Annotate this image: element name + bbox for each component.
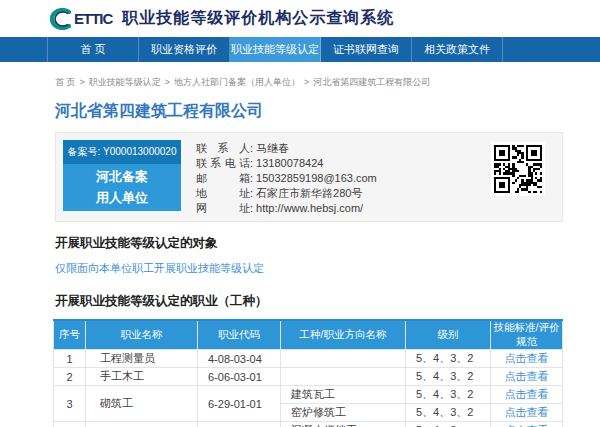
cell-trade-name: 窑炉修筑工	[281, 404, 406, 422]
cell-occupation-code: 6-29-01-01	[198, 386, 281, 422]
cell-occupation-code: 6-06-03-01	[198, 368, 281, 386]
cell-occupation-code	[198, 422, 281, 427]
breadcrumb-current: 河北省第四建筑工程有限公司	[313, 77, 430, 87]
view-spec-link[interactable]: 点击查看	[505, 352, 549, 364]
site-header: ETTIC 职业技能等级评价机构公示查询系统	[0, 0, 600, 37]
logo-text: ETTIC	[74, 10, 112, 27]
cell-spec: 点击查看	[491, 350, 563, 368]
cell-occupation-name	[86, 422, 198, 427]
nav-item-1[interactable]: 职业资格评价	[139, 37, 230, 62]
breadcrumb-separator: >	[165, 77, 170, 87]
cell-levels: 5、4、3	[406, 422, 491, 427]
record-badge-body: 河北备案 用人单位	[63, 164, 181, 211]
cell-spec: 点击查看	[491, 422, 563, 427]
table-column-header: 级别	[406, 320, 491, 350]
table-row: 2手工木工6-06-03-015、4、3、2点击查看	[54, 368, 563, 386]
record-number: 备案号: Y000013000020	[63, 140, 181, 164]
table-column-header: 技能标准/评价规范	[491, 320, 563, 350]
table-header-row: 序号职业名称职业代码工种/职业方向名称级别技能标准/评价规范	[54, 320, 563, 350]
cell-seq	[54, 422, 86, 427]
table-row: 混凝土搅拌工5、4、3点击查看	[54, 422, 563, 427]
cell-occupation-code: 4-08-03-04	[198, 350, 281, 368]
nav-fill	[503, 37, 600, 62]
view-spec-link[interactable]: 点击查看	[505, 370, 549, 382]
contact-line: 联 系 人: 马继春	[196, 141, 377, 156]
cell-occupation-name: 工程测量员	[86, 350, 198, 368]
main-nav: 首 页职业资格评价职业技能等级认定证书联网查询相关政策文件	[0, 37, 600, 62]
view-spec-link[interactable]: 点击查看	[505, 388, 549, 400]
page-title: 河北省第四建筑工程有限公司	[55, 101, 600, 122]
contact-value: : 马继春	[250, 142, 289, 154]
org-info-card: 备案号: Y000013000020 河北备案 用人单位 联 系 人: 马继春联…	[55, 132, 563, 222]
badge-type: 用人单位	[96, 188, 148, 208]
contact-line: 网 址: http://www.hebsj.com/	[196, 201, 377, 216]
cell-trade-name	[281, 368, 406, 386]
view-spec-link[interactable]: 点击查看	[505, 406, 549, 418]
table-row: 3砌筑工6-29-01-01建筑瓦工5、4、3、2点击查看	[54, 386, 563, 404]
nav-item-4[interactable]: 相关政策文件	[412, 37, 503, 62]
cell-trade-name: 混凝土搅拌工	[281, 422, 406, 427]
contact-info: 联 系 人: 马继春联系电话: 13180078424邮 箱: 15032859…	[196, 141, 377, 216]
nav-item-3[interactable]: 证书联网查询	[321, 37, 412, 62]
site-title: 职业技能等级评价机构公示查询系统	[122, 8, 394, 29]
contact-line: 地 址: 石家庄市新华路280号	[196, 186, 377, 201]
cettic-logo: ETTIC	[48, 8, 112, 30]
contact-label: 网 址	[196, 201, 250, 216]
table-column-header: 职业代码	[198, 320, 281, 350]
nav-item-2[interactable]: 职业技能等级认定	[230, 37, 321, 62]
cell-trade-name	[281, 350, 406, 368]
cell-seq: 2	[54, 368, 86, 386]
contact-value: : 石家庄市新华路280号	[250, 187, 362, 199]
contact-value: : 15032859198@163.com	[250, 172, 377, 184]
logo-swoosh-icon	[48, 8, 72, 30]
target-note-link[interactable]: 仅限面向本单位职工开展职业技能等级认定	[55, 261, 600, 276]
occupations-table: 序号职业名称职业代码工种/职业方向名称级别技能标准/评价规范 1工程测量员4-0…	[53, 319, 563, 427]
breadcrumb-link[interactable]: 职业技能等级认定	[89, 77, 161, 87]
nav-items: 首 页职业资格评价职业技能等级认定证书联网查询相关政策文件	[48, 37, 503, 62]
contact-line: 邮 箱: 15032859198@163.com	[196, 171, 377, 186]
occupations-section-heading: 开展职业技能等级认定的职业（工种）	[55, 293, 600, 310]
cell-spec: 点击查看	[491, 386, 563, 404]
breadcrumb-link[interactable]: 首 页	[55, 77, 76, 87]
breadcrumb-link[interactable]: 地方人社部门备案（用人单位）	[174, 77, 300, 87]
cell-levels: 5、4、3、2	[406, 404, 491, 422]
cell-spec: 点击查看	[491, 368, 563, 386]
breadcrumb-separator: >	[304, 77, 309, 87]
contact-value: : 13180078424	[250, 157, 323, 169]
table-column-header: 职业名称	[86, 320, 198, 350]
cell-levels: 5、4、3、2	[406, 350, 491, 368]
qr-code	[491, 142, 545, 196]
cell-levels: 5、4、3、2	[406, 386, 491, 404]
contact-label: 联 系 人	[196, 141, 250, 156]
nav-item-0[interactable]: 首 页	[48, 37, 139, 62]
qr-pattern	[494, 145, 542, 193]
breadcrumb: 首 页>职业技能等级认定>地方人社部门备案（用人单位）>河北省第四建筑工程有限公…	[55, 76, 600, 89]
target-section-heading: 开展职业技能等级认定的对象	[55, 235, 600, 252]
nav-spacer	[0, 37, 48, 62]
table-column-header: 工种/职业方向名称	[281, 320, 406, 350]
contact-label: 联系电话	[196, 156, 250, 171]
cell-levels: 5、4、3、2	[406, 368, 491, 386]
cell-seq: 1	[54, 350, 86, 368]
badge-region: 河北备案	[96, 167, 148, 187]
cell-seq: 3	[54, 386, 86, 422]
cell-occupation-name: 砌筑工	[86, 386, 198, 422]
table-column-header: 序号	[54, 320, 86, 350]
record-badge: 备案号: Y000013000020 河北备案 用人单位	[63, 140, 181, 211]
cell-spec: 点击查看	[491, 404, 563, 422]
cell-occupation-name: 手工木工	[86, 368, 198, 386]
table-row: 1工程测量员4-08-03-045、4、3、2点击查看	[54, 350, 563, 368]
contact-label: 邮 箱	[196, 171, 250, 186]
contact-line: 联系电话: 13180078424	[196, 156, 377, 171]
contact-value: : http://www.hebsj.com/	[250, 202, 363, 214]
breadcrumb-separator: >	[80, 77, 85, 87]
cell-trade-name: 建筑瓦工	[281, 386, 406, 404]
contact-label: 地 址	[196, 186, 250, 201]
